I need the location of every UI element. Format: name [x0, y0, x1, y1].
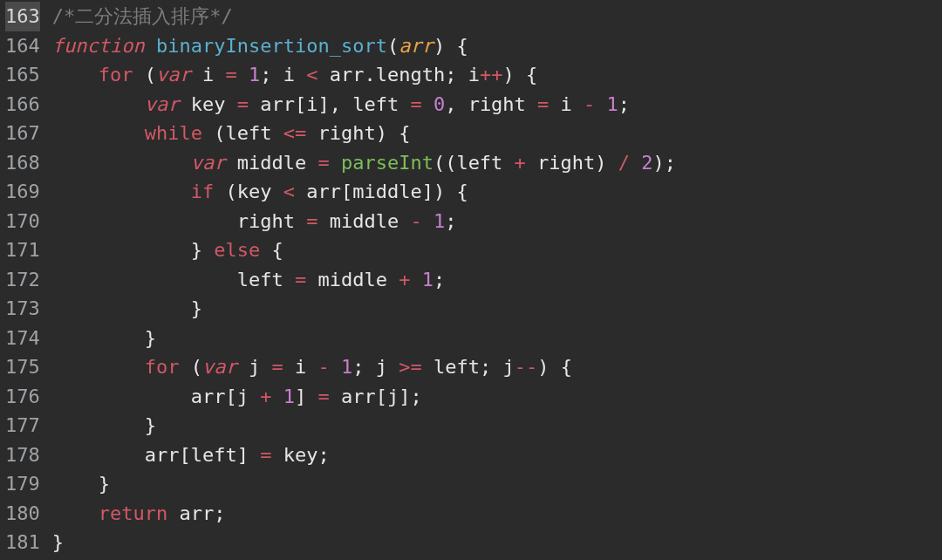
code-editor[interactable]: 1631641651661671681691701711721731741751… — [0, 0, 942, 557]
code-line[interactable]: /*二分法插入排序*/ — [52, 2, 676, 31]
code-line[interactable]: } — [52, 528, 676, 557]
code-token: ; i — [260, 64, 306, 85]
code-token: - — [584, 93, 595, 115]
line-number: 176 — [5, 382, 40, 412]
line-number: 170 — [5, 207, 40, 236]
code-token: ++ — [480, 64, 503, 85]
code-token — [330, 152, 341, 174]
line-number: 174 — [5, 324, 40, 353]
code-token: { — [399, 122, 410, 144]
code-line[interactable]: } — [52, 411, 676, 440]
code-token: } — [52, 239, 214, 261]
code-token: i — [191, 64, 226, 85]
code-token: var — [191, 152, 226, 174]
code-token: ) — [433, 35, 445, 57]
code-token: 0 — [433, 93, 445, 115]
code-token: binaryInsertion_sort — [156, 35, 387, 57]
code-line[interactable]: var key = arr[i], left = 0, right = i - … — [52, 90, 676, 120]
code-token: arr[left] — [52, 444, 260, 466]
code-token: arr — [317, 64, 364, 85]
code-line[interactable]: if (key < arr[middle]) { — [52, 177, 676, 207]
code-token — [52, 152, 191, 174]
code-token: } — [52, 473, 110, 495]
line-number: 168 — [5, 148, 40, 178]
code-line[interactable]: } — [52, 294, 676, 324]
code-token: >= — [399, 356, 422, 378]
line-number: 167 — [5, 119, 40, 148]
code-token: 1 — [607, 93, 618, 115]
line-number: 177 — [5, 411, 40, 440]
code-line[interactable]: arr[left] = key; — [52, 440, 676, 470]
code-token — [145, 35, 156, 57]
code-token: middle — [225, 152, 317, 174]
code-token: function — [52, 35, 145, 57]
code-token: arr[i], left — [249, 93, 410, 115]
code-token — [52, 64, 99, 85]
code-token: key — [179, 93, 236, 115]
code-line[interactable]: } else { — [52, 236, 676, 265]
code-token: arr[j — [52, 386, 260, 407]
code-token: i — [283, 356, 318, 378]
code-token — [52, 502, 99, 524]
code-token: left; j — [422, 356, 515, 378]
code-line[interactable]: while (left <= right) { — [52, 119, 676, 148]
code-token: var — [202, 356, 237, 378]
code-token: ; — [433, 269, 445, 290]
code-line[interactable]: return arr; — [52, 499, 676, 529]
code-token: -- — [515, 356, 538, 378]
code-token: arr[j]; — [330, 386, 422, 407]
code-token: var — [145, 93, 180, 115]
code-line[interactable]: left = middle + 1; — [52, 265, 676, 295]
code-token: var — [156, 64, 191, 85]
code-token — [445, 35, 456, 57]
code-token: ) — [537, 356, 561, 378]
code-token: { — [561, 356, 572, 378]
code-line[interactable]: } — [52, 324, 676, 353]
code-token: = — [317, 152, 329, 174]
code-line[interactable]: for (var i = 1; i < arr.length; i++) { — [52, 60, 676, 90]
code-token — [422, 93, 433, 115]
line-number: 173 — [5, 294, 40, 324]
code-token — [595, 93, 606, 115]
code-token: j — [237, 356, 272, 378]
code-token: } — [52, 531, 64, 553]
line-number: 165 — [5, 60, 40, 90]
line-number: 171 — [5, 236, 40, 265]
code-area[interactable]: /*二分法插入排序*/function binaryInsertion_sort… — [49, 2, 676, 557]
code-token: 1 — [249, 64, 260, 85]
code-token — [422, 210, 433, 232]
code-token: ); — [653, 152, 677, 174]
code-line[interactable]: function binaryInsertion_sort(arr) { — [52, 31, 676, 61]
code-token: / — [618, 152, 630, 174]
line-number: 163 — [5, 2, 40, 31]
line-number: 178 — [5, 440, 40, 470]
code-token — [52, 356, 145, 378]
code-token — [52, 181, 191, 202]
code-token: = — [537, 93, 549, 115]
code-token: { — [456, 35, 468, 57]
code-line[interactable]: for (var j = i - 1; j >= left; j--) { — [52, 352, 676, 382]
code-token: { — [260, 239, 283, 261]
line-number: 180 — [5, 499, 40, 529]
code-token: ; i — [445, 64, 480, 85]
code-token: } — [52, 297, 202, 319]
code-token: = — [237, 93, 249, 115]
code-token: for — [145, 356, 180, 378]
code-line[interactable]: right = middle - 1; — [52, 207, 676, 236]
code-token: < — [283, 181, 295, 202]
code-token: - — [410, 210, 421, 232]
line-number: 169 — [5, 177, 40, 207]
code-token: else — [214, 239, 260, 261]
code-token: . — [364, 64, 375, 85]
code-token: 1 — [433, 210, 445, 232]
code-token: ; — [618, 93, 630, 115]
code-line[interactable]: var middle = parseInt((left + right) / 2… — [52, 148, 676, 178]
code-token: = — [225, 64, 236, 85]
code-token — [630, 152, 641, 174]
code-line[interactable]: } — [52, 469, 676, 499]
code-token: ( — [387, 35, 399, 57]
code-token — [330, 356, 341, 378]
code-token: while — [145, 122, 202, 144]
code-line[interactable]: arr[j + 1] = arr[j]; — [52, 382, 676, 412]
code-token: for — [99, 64, 133, 85]
